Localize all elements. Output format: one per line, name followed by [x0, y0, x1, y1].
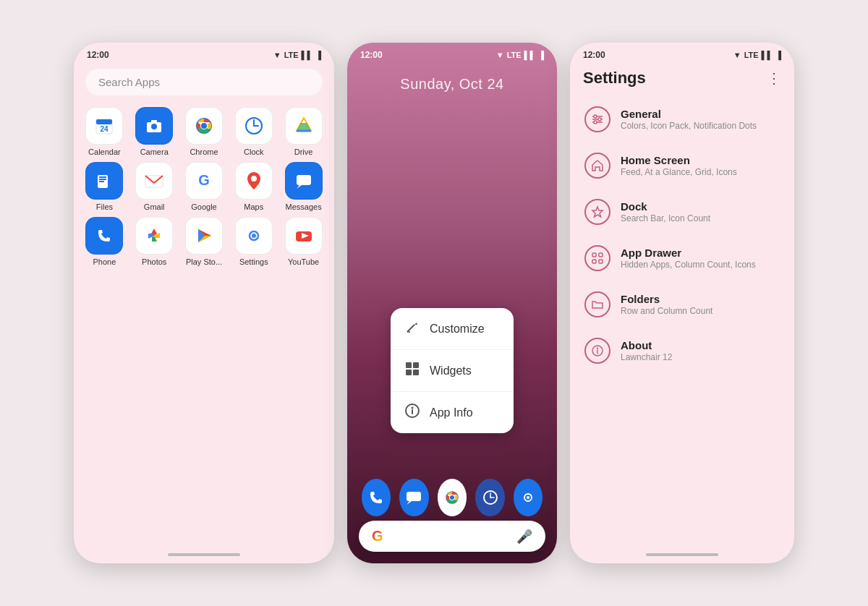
app-label: Calendar — [88, 148, 121, 156]
settings-header: Settings ⋮ — [570, 63, 794, 96]
context-menu-icon — [405, 320, 420, 338]
dock-icon-phone[interactable] — [362, 479, 391, 516]
context-menu-item-customize[interactable]: Customize — [391, 308, 514, 350]
mic-icon: 🎤 — [516, 529, 532, 545]
svg-rect-74 — [592, 253, 596, 257]
dock-icon-messages[interactable] — [399, 479, 428, 516]
context-menu-item-widgets[interactable]: Widgets — [391, 350, 514, 392]
svg-point-71 — [598, 118, 601, 121]
svg-rect-23 — [99, 176, 106, 178]
google-search-bar[interactable]: G 🎤 — [359, 521, 545, 552]
app-item-maps[interactable]: Maps — [231, 162, 276, 211]
app-icon-settings — [235, 217, 273, 255]
settings-item-subtitle: Search Bar, Icon Count — [621, 213, 710, 223]
app-item-files[interactable]: Files — [82, 162, 127, 211]
settings-item-icon — [584, 106, 610, 132]
svg-point-6 — [151, 124, 157, 129]
battery-mid: ▐ — [538, 51, 544, 59]
middle-background: 12:00 ▼ LTE ▌▌ ▐ Sunday, Oct 24 Customiz… — [347, 43, 557, 563]
lte-right: LTE — [744, 51, 759, 59]
app-label: Photos — [142, 257, 166, 266]
settings-item-subtitle: Hidden Apps, Column Count, Icons — [621, 260, 756, 270]
status-bar-right: 12:00 ▼ LTE ▌▌ ▐ — [570, 43, 794, 63]
app-item-play-sto---[interactable]: Play Sto... — [182, 217, 226, 266]
settings-item-subtitle: Feed, At a Glance, Grid, Icons — [621, 167, 737, 177]
app-label: Files — [96, 202, 113, 211]
settings-item-home-screen[interactable]: Home ScreenFeed, At a Glance, Grid, Icon… — [577, 142, 787, 189]
app-item-phone[interactable]: Phone — [82, 217, 127, 266]
context-menu-label: Customize — [430, 323, 485, 336]
svg-rect-24 — [99, 179, 106, 180]
app-item-youtube[interactable]: YouTube — [281, 217, 326, 266]
home-indicator-right — [646, 553, 718, 556]
svg-point-72 — [594, 121, 597, 124]
svg-rect-33 — [297, 175, 311, 185]
settings-item-general[interactable]: GeneralColors, Icon Pack, Notification D… — [577, 96, 787, 142]
app-label: Phone — [93, 257, 116, 266]
phone-right: 12:00 ▼ LTE ▌▌ ▐ Settings ⋮ GeneralColor… — [570, 43, 794, 563]
settings-title: Settings — [583, 69, 646, 88]
settings-item-icon — [584, 291, 610, 317]
wifi-icon: ▼ — [273, 51, 281, 59]
home-indicator-left — [168, 553, 240, 556]
svg-rect-7 — [151, 120, 157, 123]
battery-icon: ▐ — [315, 51, 321, 59]
settings-item-folders[interactable]: FoldersRow and Column Count — [577, 281, 787, 328]
app-item-chrome[interactable]: Chrome — [182, 107, 226, 156]
app-icon-drive — [285, 107, 323, 145]
search-placeholder: Search Apps — [98, 76, 160, 88]
app-item-gmail[interactable]: Gmail — [132, 162, 176, 211]
dock-icon-settings[interactable] — [514, 479, 542, 516]
svg-rect-53 — [413, 370, 419, 375]
settings-item-title: General — [621, 108, 757, 120]
context-menu-item-app-info[interactable]: App Info — [391, 392, 514, 433]
app-item-clock[interactable]: Clock — [231, 107, 276, 156]
settings-item-text: Home ScreenFeed, At a Glance, Grid, Icon… — [621, 154, 737, 177]
app-item-calendar[interactable]: 24Calendar — [82, 107, 127, 156]
app-item-google[interactable]: GGoogle — [182, 162, 226, 211]
svg-rect-25 — [99, 181, 104, 182]
settings-more-button[interactable]: ⋮ — [767, 69, 781, 87]
settings-item-app-drawer[interactable]: App DrawerHidden Apps, Column Count, Ico… — [577, 235, 787, 281]
status-bar-middle: 12:00 ▼ LTE ▌▌ ▐ — [347, 43, 557, 63]
app-label: Google — [191, 202, 216, 211]
dock-icon-clock[interactable] — [475, 479, 504, 516]
app-icon-calendar: 24 — [85, 107, 123, 145]
settings-item-subtitle: Row and Column Count — [621, 306, 712, 316]
settings-item-title: About — [621, 339, 672, 351]
settings-item-icon — [584, 338, 610, 364]
app-icon-gmail — [135, 162, 173, 200]
app-icon-youtube — [285, 217, 323, 255]
signal-text: LTE — [284, 51, 299, 59]
dock-icon-chrome[interactable] — [438, 479, 467, 516]
app-label: Chrome — [190, 148, 218, 156]
signal-right: ▌▌ — [762, 51, 773, 59]
app-item-settings[interactable]: Settings — [231, 217, 276, 266]
app-icon-play-sto--- — [185, 217, 223, 255]
app-label: Messages — [286, 202, 322, 211]
app-item-camera[interactable]: Camera — [132, 107, 176, 156]
wifi-icon-right: ▼ — [733, 51, 741, 59]
svg-rect-52 — [406, 370, 412, 375]
app-item-drive[interactable]: Drive — [281, 107, 326, 156]
app-icon-chrome — [185, 107, 223, 145]
svg-rect-2 — [96, 119, 112, 124]
app-label: Clock — [244, 148, 264, 156]
svg-point-66 — [527, 496, 529, 499]
svg-marker-58 — [407, 501, 412, 505]
wifi-icon-mid: ▼ — [496, 51, 504, 59]
search-bar-left[interactable]: Search Apps — [85, 69, 323, 95]
settings-item-text: AboutLawnchair 12 — [621, 339, 672, 362]
svg-point-31 — [251, 176, 257, 182]
settings-item-about[interactable]: AboutLawnchair 12 — [577, 328, 787, 374]
settings-item-subtitle: Lawnchair 12 — [621, 352, 672, 362]
svg-line-48 — [407, 325, 414, 332]
app-item-messages[interactable]: Messages — [281, 162, 326, 211]
google-g-icon: G — [372, 528, 383, 545]
app-item-photos[interactable]: Photos — [132, 217, 176, 266]
settings-item-title: Dock — [621, 200, 710, 213]
settings-item-dock[interactable]: DockSearch Bar, Icon Count — [577, 189, 787, 235]
app-label: Play Sto... — [186, 257, 222, 266]
context-menu: CustomizeWidgetsApp Info — [391, 308, 514, 433]
svg-rect-51 — [413, 362, 419, 368]
